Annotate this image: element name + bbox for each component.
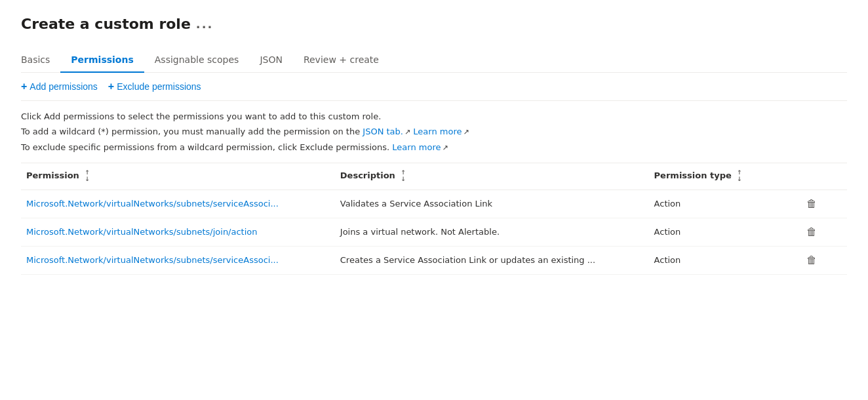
type-cell: Action [649,218,798,246]
tab-bar: Basics Permissions Assignable scopes JSO… [21,48,847,73]
description-cell: Validates a Service Association Link [335,190,649,218]
permission-link[interactable]: Microsoft.Network/virtualNetworks/subnet… [26,255,279,265]
learn-more-icon1: ↗ [404,128,410,136]
info-line2: To add a wildcard (*) permission, you mu… [21,124,847,139]
col-header-description[interactable]: Description ↑↓ [335,163,649,190]
permission-cell: Microsoft.Network/virtualNetworks/subnet… [21,218,335,246]
info-box: Click Add permissions to select the perm… [21,101,847,163]
permission-link[interactable]: Microsoft.Network/virtualNetworks/subnet… [26,227,258,237]
description-cell: Joins a virtual network. Not Alertable. [335,218,649,246]
tab-assignable-scopes[interactable]: Assignable scopes [144,48,250,73]
info-line3: To exclude specific permissions from a w… [21,140,847,155]
info-line1: Click Add permissions to select the perm… [21,109,847,124]
learn-more-link1[interactable]: Learn more [413,127,462,136]
permission-cell: Microsoft.Network/virtualNetworks/subnet… [21,190,335,218]
tab-basics[interactable]: Basics [21,48,60,73]
toolbar: + Add permissions + Exclude permissions [21,73,847,101]
add-plus-icon: + [21,81,27,92]
tab-json[interactable]: JSON [249,48,293,73]
title-text: Create a custom role [21,16,191,32]
delete-row-button[interactable]: 🗑 [802,253,821,268]
title-ellipsis[interactable]: ... [196,17,214,31]
sort-description-icon[interactable]: ↑↓ [401,170,406,183]
tab-permissions[interactable]: Permissions [60,48,144,73]
sort-permission-icon[interactable]: ↑↓ [85,170,90,183]
table-container: Permission ↑↓ Description ↑↓ Permission … [21,163,847,275]
col-header-permission[interactable]: Permission ↑↓ [21,163,335,190]
permissions-table: Permission ↑↓ Description ↑↓ Permission … [21,163,847,275]
learn-more-icon2: ↗ [442,144,448,152]
type-cell: Action [649,246,798,274]
add-permissions-label: Add permissions [30,81,98,92]
page-title: Create a custom role ... [21,16,847,32]
col-header-type[interactable]: Permission type ↑↓ [649,163,798,190]
table-row: Microsoft.Network/virtualNetworks/subnet… [21,246,847,274]
action-cell: 🗑 [797,190,847,218]
table-row: Microsoft.Network/virtualNetworks/subnet… [21,190,847,218]
permission-cell: Microsoft.Network/virtualNetworks/subnet… [21,246,335,274]
learn-more-icon1b: ↗ [463,128,469,136]
sort-type-icon[interactable]: ↑↓ [737,170,742,183]
table-row: Microsoft.Network/virtualNetworks/subnet… [21,218,847,246]
type-cell: Action [649,190,798,218]
action-cell: 🗑 [797,246,847,274]
exclude-permissions-label: Exclude permissions [117,81,201,92]
learn-more-link2[interactable]: Learn more [392,142,441,152]
delete-row-button[interactable]: 🗑 [802,225,821,239]
tab-review-create[interactable]: Review + create [293,48,389,73]
exclude-permissions-button[interactable]: + Exclude permissions [108,81,201,92]
description-cell: Creates a Service Association Link or up… [335,246,649,274]
exclude-plus-icon: + [108,81,114,92]
json-tab-link[interactable]: JSON tab. [363,127,403,136]
permission-link[interactable]: Microsoft.Network/virtualNetworks/subnet… [26,199,279,209]
col-header-action [797,163,847,190]
action-cell: 🗑 [797,218,847,246]
delete-row-button[interactable]: 🗑 [802,197,821,211]
add-permissions-button[interactable]: + Add permissions [21,81,98,92]
